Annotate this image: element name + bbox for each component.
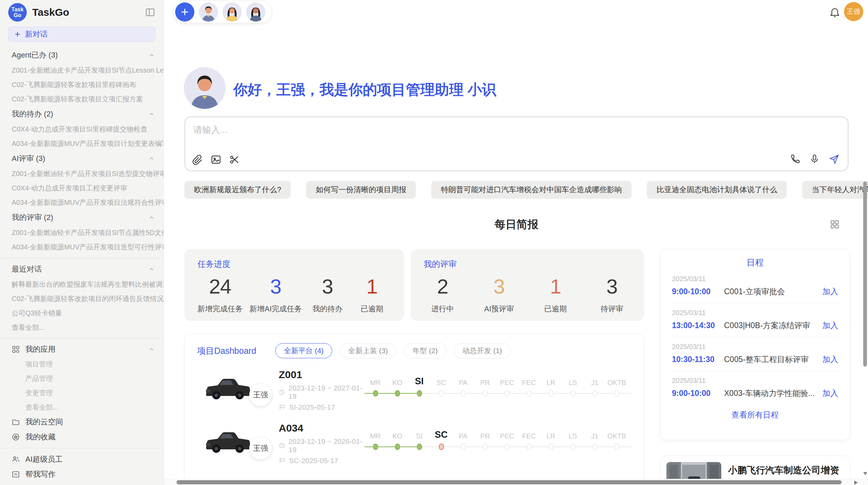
agent-avatar-3[interactable] [246,2,265,22]
sidebar-item[interactable]: Z001-全新燃油皮卡产品开发项目SI节点Lesson Learn报告 [0,63,164,77]
schedule-time: 9:00-10:00 [672,287,724,296]
suggestion-chip[interactable]: 比亚迪全固态电池计划具体说了什么 [647,181,787,199]
app-item-product-mgmt[interactable]: 产品管理 [0,371,164,386]
layout-grid-icon[interactable] [830,219,840,229]
sidebar-item-ai-super-staff[interactable]: AI超级员工 [0,452,164,467]
tab-new-upfit[interactable]: 全新上装 (3) [340,343,397,358]
milestone-node [592,444,598,450]
owner-badge: 王强 [249,437,272,460]
stat-label: 进行中 [424,304,461,314]
project-row[interactable]: 王强 Z001 2023-12-19 ~ 2027-01-19 SI-2025-… [197,369,643,412]
add-agent-button[interactable] [175,2,194,22]
sidebar-item-favorites[interactable]: 我的收藏 [0,430,164,445]
vertical-scrollbar-thumb[interactable] [863,182,867,366]
sidebar-item[interactable]: A034-全新新能源MUV产品开发项目计划变更表编写 [0,136,164,151]
sidebar-item-help-me-write[interactable]: 帮我写作 [0,467,164,482]
milestone-label: SI [415,373,424,387]
stat-value: 1 [353,276,391,298]
new-chat-button[interactable]: 新对话 [8,27,155,42]
sidebar-item-cloud-space[interactable]: 我的云空间 [0,414,164,430]
bell-icon[interactable] [829,6,841,18]
recent-view-all[interactable]: 查看全部... [0,320,164,335]
agent-avatar-1[interactable] [199,2,218,22]
project-row[interactable]: 王强 A034 2023-12-19 ~ 2026-01-19 SC-2025-… [197,422,643,465]
microphone-icon[interactable] [809,154,820,164]
stat-label: 新增AI完成任务 [250,304,302,314]
stat: 1 已逾期 [353,276,391,314]
scroll-right-arrow[interactable] [854,481,858,485]
milestone-OKTB: OKTB [606,426,628,450]
sidebar-item[interactable]: A034-全新新能源MUV产品开发项目造型可行性评审 [0,240,164,254]
milestone-MR: MR [364,373,386,397]
milestone-PA: PA [452,373,474,397]
app-item-change-mgmt[interactable]: 变更管理 [0,386,164,400]
milestone-label: SI [416,426,423,440]
recent-chat-item[interactable]: 公司Q3轻卡销量 [0,306,164,320]
project-code: A034 [279,422,364,434]
section-recent-chats[interactable]: 最近对话 [0,261,164,277]
chevron-up-icon [148,214,155,221]
section-ai-review[interactable]: AI评审 (3) [0,151,164,166]
logo-text-top: Task [11,7,23,12]
milestone-PEC: PEC [496,426,518,450]
tab-new-platform[interactable]: 全新平台 (4) [275,343,332,358]
schedule-date: 2025/03/11 [672,377,838,385]
milestone-node [505,390,510,397]
sidebar-item-my-apps[interactable]: 我的应用 [0,342,164,357]
stat-label: 已逾期 [353,304,391,314]
horizontal-scrollbar-thumb[interactable] [177,480,842,484]
phone-icon[interactable] [790,154,800,164]
join-link[interactable]: 加入 [822,354,838,365]
recent-chat-item[interactable]: 解释最新出台的欧盟报废车法规再生塑料比例被调至15%... [0,277,164,291]
user-avatar[interactable]: 王强 [844,2,863,21]
divider [0,258,164,258]
sidebar-item[interactable]: Z001-全新燃油轻卡产品开发项目SI节点属性5D文件评审 [0,225,164,240]
agent-avatar-2[interactable] [222,2,242,22]
scroll-down-arrow[interactable] [863,472,867,475]
tab-model-year[interactable]: 年型 (2) [404,343,446,358]
apps-view-all[interactable]: 查看全部... [0,400,164,414]
project-image-wrap: 王强 [197,369,279,412]
send-icon[interactable] [829,153,840,164]
suggestion-chip[interactable]: 当下年轻人对汽车外观有怎样的喜好趋势 [802,181,868,199]
schedule-title: 日程 [672,257,838,268]
suggestion-chip[interactable]: 如何写一份清晰的项目周报 [306,181,416,199]
help-me-write-label: 帮我写作 [25,469,56,480]
milestone-label: KO [393,426,402,440]
sidebar-item[interactable]: C0X4-动力总成开发项目SI里程碑提交物检查 [0,122,164,136]
sidebar-item[interactable]: C02-飞腾新能源轻客改款项目里程碑画布 [0,77,164,92]
sidebar-item[interactable]: C0X4-动力总成开发项目工程变更评审 [0,181,164,195]
section-my-review[interactable]: 我的评审 (2) [0,210,164,225]
dashboard-title: 项目Dashboard [197,345,256,357]
plus-icon [14,31,21,38]
favorites-label: 我的收藏 [25,432,56,442]
sidebar-item[interactable]: C02-飞腾新能源轻客改款项目立项汇报方案 [0,92,164,106]
dashboard-tabs: 全新平台 (4) 全新上装 (3) 年型 (2) 动总开发 (1) [275,343,510,358]
sidebar-item[interactable]: Z001-全新燃油轻卡产品开发项目SI造型提交物评审 [0,166,164,181]
collapse-sidebar-icon[interactable] [145,7,155,17]
tab-powertrain[interactable]: 动总开发 (1) [454,343,511,358]
section-my-todo[interactable]: 我的待办 (2) [0,106,164,122]
divider [0,338,164,338]
suggestion-chip[interactable]: 欧洲新规最近颁布了什么? [184,181,291,199]
chevron-up-icon [148,52,155,58]
project-info: Z001 2023-12-19 ~ 2027-01-19 SI-2025-05-… [279,369,364,411]
app-item-project-mgmt[interactable]: 项目管理 [0,357,164,371]
join-link[interactable]: 加入 [822,320,838,331]
join-link[interactable]: 加入 [822,388,838,399]
milestone-label: LR [546,426,555,440]
milestone-label: PA [459,426,467,440]
suggestion-chip[interactable]: 特朗普可能对进口汽车增税会对中国车企造成哪些影响 [431,181,631,199]
sidebar-item[interactable]: A034-全新新能源MUV产品开发项目法规符合性评审 [0,195,164,210]
section-agent-done[interactable]: Agent已办 (3) [0,47,164,63]
milestone-label: PEC [500,373,514,387]
join-link[interactable]: 加入 [822,286,838,297]
milestone-node [614,390,619,397]
view-all-schedule-link[interactable]: 查看所有日程 [672,410,838,420]
recent-chat-item[interactable]: C02-飞腾新能源轻客改款项目的闭环通告反馈情况 [0,291,164,306]
chat-input[interactable] [193,123,673,146]
sidebar-item-creative-drawing[interactable]: 创意制图 [0,482,164,485]
image-icon[interactable] [210,154,221,165]
paperclip-icon[interactable] [192,154,203,165]
scissors-icon[interactable] [229,154,240,165]
